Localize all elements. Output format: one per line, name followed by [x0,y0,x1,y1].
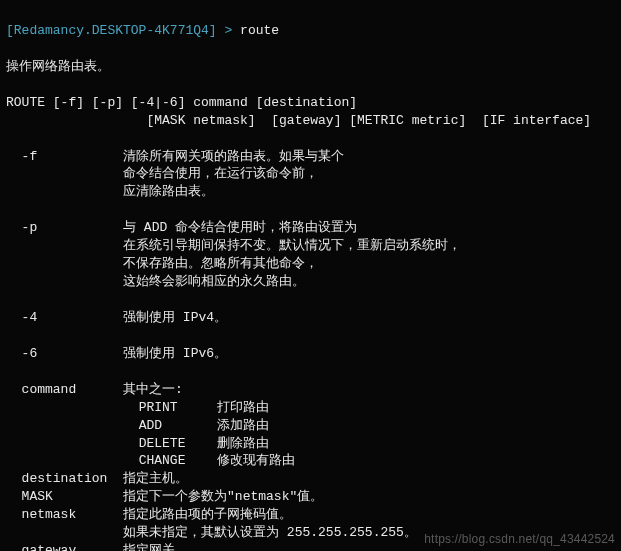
cmd-add-key: ADD [139,418,162,433]
cmd-print-key: PRINT [139,400,178,415]
prompt-hostname: [Redamancy.DESKTOP-4K771Q4] [6,23,217,38]
cmd-add-val: 添加路由 [217,418,269,433]
mask-val: 指定下一个参数为"netmask"值。 [123,489,323,504]
option-6-flag: -6 [22,346,38,361]
cmd-print-val: 打印路由 [217,400,269,415]
option-4-flag: -4 [22,310,38,325]
option-p-flag: -p [22,220,38,235]
option-p-desc-2: 在系统引导期间保持不变。默认情况下，重新启动系统时， [123,238,461,253]
command-name: command [22,382,77,397]
option-f-desc-2: 命令结合使用，在运行该命令前， [123,166,318,181]
netmask-val-1: 指定此路由项的子网掩码值。 [123,507,292,522]
usage-line-2: [MASK netmask] [gateway] [METRIC metric]… [6,113,591,128]
command-input[interactable]: route [240,23,279,38]
gateway-val: 指定网关。 [123,543,188,551]
option-6-desc: 强制使用 IPv6。 [123,346,227,361]
cmd-delete-val: 删除路由 [217,436,269,451]
gateway-name: gateway [22,543,77,551]
option-p-desc-3: 不保存路由。忽略所有其他命令， [123,256,318,271]
cmd-change-key: CHANGE [139,453,186,468]
command-desc: 其中之一: [123,382,183,397]
intro-text: 操作网络路由表。 [6,59,110,74]
prompt-arrow-icon: > [224,23,232,38]
netmask-val-2: 如果未指定，其默认设置为 255.255.255.255。 [123,525,417,540]
mask-name: MASK [22,489,53,504]
cmd-change-val: 修改现有路由 [217,453,295,468]
option-f-desc-1: 清除所有网关项的路由表。如果与某个 [123,149,344,164]
option-p-desc-1: 与 ADD 命令结合使用时，将路由设置为 [123,220,357,235]
option-f-desc-3: 应清除路由表。 [123,184,214,199]
terminal-output: [Redamancy.DESKTOP-4K771Q4] > route 操作网络… [0,0,621,551]
destination-name: destination [22,471,108,486]
option-p-desc-4: 这始终会影响相应的永久路由。 [123,274,305,289]
cmd-delete-key: DELETE [139,436,186,451]
netmask-name: netmask [22,507,77,522]
option-f-flag: -f [22,149,38,164]
option-4-desc: 强制使用 IPv4。 [123,310,227,325]
destination-val: 指定主机。 [123,471,188,486]
usage-line-1: ROUTE [-f] [-p] [-4|-6] command [destina… [6,95,357,110]
